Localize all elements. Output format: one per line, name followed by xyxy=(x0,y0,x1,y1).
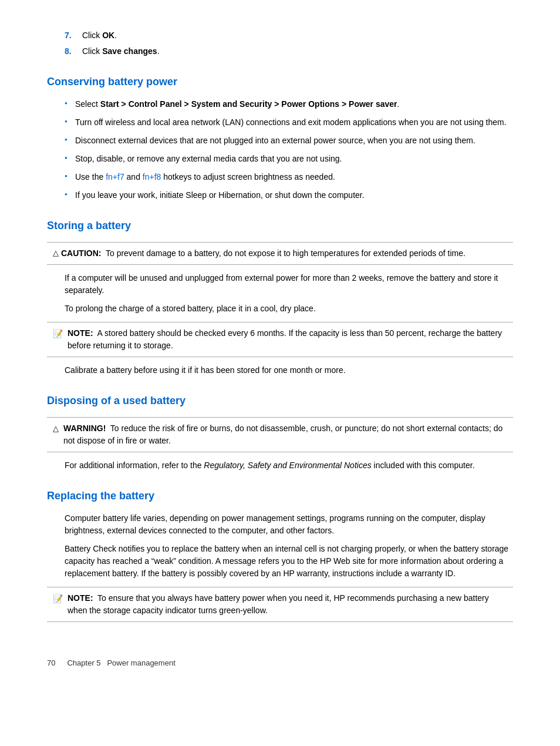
caution-label: △ CAUTION: To prevent damage to a batter… xyxy=(53,247,465,260)
disposing-warning-text: WARNING! To reduce the risk of fire or b… xyxy=(63,422,507,447)
step-8-text: Click Save changes. xyxy=(82,45,513,58)
storing-body3: Calibrate a battery before using it if i… xyxy=(47,364,513,377)
step-8-number: 8. xyxy=(65,45,82,58)
replacing-body1: Computer battery life varies, depending … xyxy=(47,512,513,537)
conserving-heading: Conserving battery power xyxy=(47,74,513,90)
storing-note-box: 📝 NOTE: A stored battery should be check… xyxy=(47,322,513,357)
storing-body2: To prolong the charge of a stored batter… xyxy=(47,303,513,315)
note-icon: 📝 xyxy=(53,328,63,340)
replacing-body2: Battery Check notifies you to replace th… xyxy=(47,543,513,580)
storing-note-text: NOTE: A stored battery should be checked… xyxy=(68,327,507,352)
footer: 70 Chapter 5 Power management xyxy=(47,657,513,669)
bullet-1: Select Start > Control Panel > System an… xyxy=(65,98,513,110)
replacing-note-icon: 📝 xyxy=(53,593,63,605)
step-7-number: 7. xyxy=(65,29,82,42)
storing-body1: If a computer will be unused and unplugg… xyxy=(47,272,513,297)
step-7-text: Click OK. xyxy=(82,29,513,42)
bullet-5: Use the fn+f7 and fn+f8 hotkeys to adjus… xyxy=(65,171,513,183)
step-7: 7. Click OK. xyxy=(47,29,513,42)
caution-text: CAUTION: To prevent damage to a battery,… xyxy=(61,247,465,260)
bullet-2: Turn off wireless and local area network… xyxy=(65,116,513,129)
disposing-warning-box: △ WARNING! To reduce the risk of fire or… xyxy=(47,417,513,452)
warning-triangle-icon: △ xyxy=(53,423,59,435)
step-8: 8. Click Save changes. xyxy=(47,45,513,58)
replacing-note-box: 📝 NOTE: To ensure that you always have b… xyxy=(47,587,513,622)
disposing-body1: For additional information, refer to the… xyxy=(47,459,513,472)
disposing-heading: Disposing of a used battery xyxy=(47,393,513,409)
conserving-bullets: Select Start > Control Panel > System an… xyxy=(47,98,513,201)
storing-heading: Storing a battery xyxy=(47,218,513,234)
bullet-4: Stop, disable, or remove any external me… xyxy=(65,153,513,165)
replacing-note-text: NOTE: To ensure that you always have bat… xyxy=(68,592,507,617)
fn-f8-link: fn+f8 xyxy=(143,172,161,182)
bullet-6: If you leave your work, initiate Sleep o… xyxy=(65,189,513,201)
storing-caution-box: △ CAUTION: To prevent damage to a batter… xyxy=(47,242,513,265)
caution-triangle-icon: △ xyxy=(53,247,59,259)
bullet-3: Disconnect external devices that are not… xyxy=(65,135,513,147)
fn-f7-link: fn+f7 xyxy=(106,172,124,182)
chapter-label: Chapter 5 Power management xyxy=(67,657,175,669)
replacing-heading: Replacing the battery xyxy=(47,488,513,504)
page-number: 70 xyxy=(47,657,55,669)
